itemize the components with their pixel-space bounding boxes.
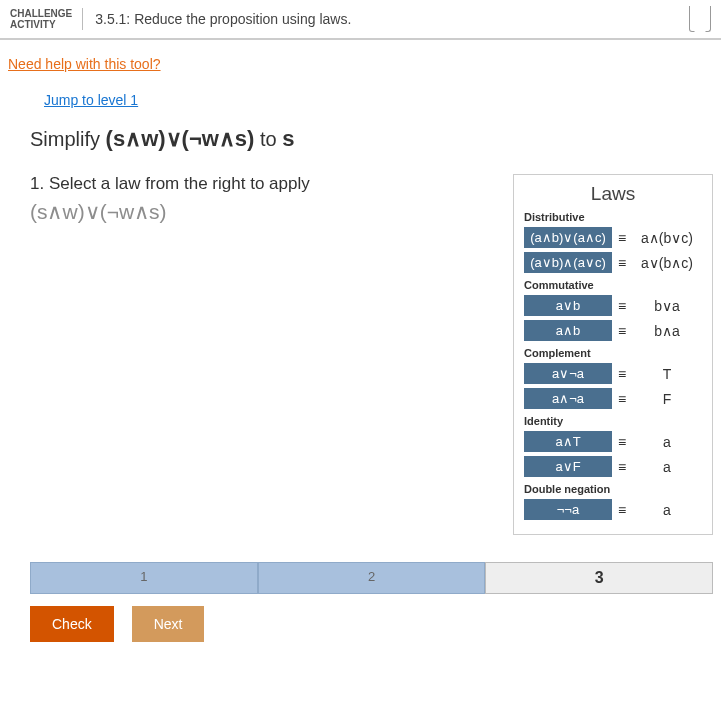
activity-title: 3.5.1: Reduce the proposition using laws… xyxy=(83,11,689,27)
equiv-symbol: ≡ xyxy=(612,298,632,314)
equiv-symbol: ≡ xyxy=(612,366,632,382)
challenge-label-line1: CHALLENGE xyxy=(10,8,72,19)
law-row: (a∨b)∧(a∨c)≡a∨(b∧c) xyxy=(524,252,702,273)
law-button[interactable]: a∧T xyxy=(524,431,612,452)
law-rhs: a xyxy=(632,459,702,475)
equiv-symbol: ≡ xyxy=(612,255,632,271)
equiv-symbol: ≡ xyxy=(612,230,632,246)
law-button[interactable]: a∨¬a xyxy=(524,363,612,384)
law-row: a∧b≡b∧a xyxy=(524,320,702,341)
check-button[interactable]: Check xyxy=(30,606,114,642)
law-row: a∨F≡a xyxy=(524,456,702,477)
step-tab-3[interactable]: 3 xyxy=(485,562,713,594)
law-rhs: a∨(b∧c) xyxy=(632,255,702,271)
equiv-symbol: ≡ xyxy=(612,434,632,450)
law-group-label: Complement xyxy=(524,347,702,359)
work-area: 1. Select a law from the right to apply … xyxy=(30,174,493,554)
law-row: ¬¬a≡a xyxy=(524,499,702,520)
law-button[interactable]: (a∨b)∧(a∨c) xyxy=(524,252,612,273)
law-button[interactable]: (a∧b)∨(a∧c) xyxy=(524,227,612,248)
law-button[interactable]: a∨b xyxy=(524,295,612,316)
simplify-expression: (s∧w)∨(¬w∧s) xyxy=(106,126,255,151)
law-rhs: a xyxy=(632,434,702,450)
law-group-label: Double negation xyxy=(524,483,702,495)
equiv-symbol: ≡ xyxy=(612,502,632,518)
law-row: a∧T≡a xyxy=(524,431,702,452)
challenge-label-line2: ACTIVITY xyxy=(10,19,72,30)
law-button[interactable]: a∨F xyxy=(524,456,612,477)
law-group-label: Distributive xyxy=(524,211,702,223)
step-progress-bar: 1 2 3 xyxy=(30,562,713,594)
law-rhs: F xyxy=(632,391,702,407)
content-area: ✓ 1 ✓ 2 3 Jump to level 1 Simplify (s∧w)… xyxy=(0,78,721,652)
button-row: Check Next xyxy=(30,606,713,642)
step-instruction: 1. Select a law from the right to apply xyxy=(30,174,493,194)
simplify-prompt: Simplify (s∧w)∨(¬w∧s) to s xyxy=(30,126,713,152)
law-button[interactable]: a∧¬a xyxy=(524,388,612,409)
challenge-label: CHALLENGE ACTIVITY xyxy=(10,8,83,30)
activity-header: CHALLENGE ACTIVITY 3.5.1: Reduce the pro… xyxy=(0,0,721,40)
simplify-target: s xyxy=(282,126,294,151)
law-row: a∨b≡b∨a xyxy=(524,295,702,316)
law-rhs: T xyxy=(632,366,702,382)
law-group-label: Commutative xyxy=(524,279,702,291)
step-tab-2[interactable]: 2 xyxy=(258,562,486,594)
law-rhs: b∨a xyxy=(632,298,702,314)
law-group-label: Identity xyxy=(524,415,702,427)
law-row: (a∧b)∨(a∧c)≡a∧(b∨c) xyxy=(524,227,702,248)
step-tab-1[interactable]: 1 xyxy=(30,562,258,594)
law-button[interactable]: ¬¬a xyxy=(524,499,612,520)
laws-panel: Laws Distributive(a∧b)∨(a∧c)≡a∧(b∨c)(a∨b… xyxy=(513,174,713,535)
simplify-prefix: Simplify xyxy=(30,128,106,150)
law-rhs: a∧(b∨c) xyxy=(632,230,702,246)
help-link[interactable]: Need help with this tool? xyxy=(0,40,169,78)
law-button[interactable]: a∧b xyxy=(524,320,612,341)
equiv-symbol: ≡ xyxy=(612,459,632,475)
bookmark-icon[interactable] xyxy=(689,6,711,32)
law-rhs: b∧a xyxy=(632,323,702,339)
simplify-mid: to xyxy=(254,128,282,150)
next-button[interactable]: Next xyxy=(132,606,205,642)
law-row: a∧¬a≡F xyxy=(524,388,702,409)
equiv-symbol: ≡ xyxy=(612,391,632,407)
law-row: a∨¬a≡T xyxy=(524,363,702,384)
equiv-symbol: ≡ xyxy=(612,323,632,339)
current-expression: (s∧w)∨(¬w∧s) xyxy=(30,200,493,224)
law-rhs: a xyxy=(632,502,702,518)
laws-panel-title: Laws xyxy=(524,183,702,205)
jump-to-level-link[interactable]: Jump to level 1 xyxy=(44,92,138,108)
